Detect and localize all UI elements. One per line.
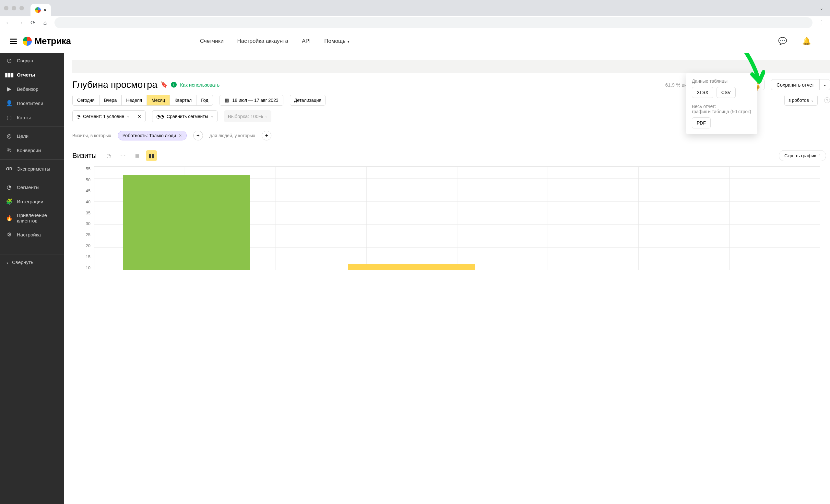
- visits-which-label: Визиты, в которых: [72, 133, 111, 138]
- save-report-button[interactable]: Сохранить отчет ⌄: [771, 79, 830, 90]
- menu-toggle-icon[interactable]: [10, 39, 17, 44]
- bars-icon: ▮▮▮: [6, 71, 12, 78]
- y-tick: 40: [86, 199, 91, 204]
- nav-help[interactable]: Помощь: [324, 38, 350, 44]
- bell-icon[interactable]: 🔔: [802, 37, 810, 45]
- date-range-picker[interactable]: ▦ 18 июл — 17 авг 2023: [220, 95, 283, 106]
- export-pdf-button[interactable]: PDF: [692, 117, 711, 128]
- robots-select[interactable]: з роботов⌄: [784, 95, 818, 106]
- how-to-link[interactable]: Как использовать: [180, 82, 220, 88]
- pie-icon: ◔: [6, 184, 12, 190]
- sidebar-item-experiments[interactable]: αвЭксперименты: [0, 161, 64, 176]
- sidebar-item-summary[interactable]: ◷Сводка: [0, 53, 64, 67]
- tab-close-icon[interactable]: ×: [43, 7, 46, 13]
- period-today[interactable]: Сегодня: [72, 95, 99, 106]
- sample-selector[interactable]: Выборка: 100%⌄: [224, 110, 272, 122]
- segment-button[interactable]: ◔ Сегмент: 1 условие ⌄ ✕: [72, 110, 146, 122]
- window-maximize-icon[interactable]: [20, 6, 24, 10]
- sidebar-item-settings[interactable]: ⚙Настройка: [0, 227, 64, 242]
- segment-clear-icon[interactable]: ✕: [134, 111, 141, 122]
- save-report-dropdown-icon[interactable]: ⌄: [819, 80, 830, 90]
- chart-type-area-icon[interactable]: ≣: [132, 150, 143, 161]
- logo[interactable]: Метрика: [23, 36, 71, 46]
- logo-icon: [23, 37, 32, 46]
- plot-area[interactable]: [94, 166, 820, 270]
- bar-yellow[interactable]: [348, 264, 475, 270]
- y-tick: 15: [86, 254, 91, 259]
- chat-icon[interactable]: 💬: [778, 37, 787, 45]
- window-controls[interactable]: [4, 6, 24, 10]
- page-title: Глубина просмотра: [72, 80, 157, 90]
- chart-type-selector: ◔ 〰 ≣ ▮▮: [103, 150, 157, 161]
- nav-account-settings[interactable]: Настройка аккаунта: [237, 38, 288, 44]
- chevron-left-icon: ‹: [6, 259, 8, 265]
- tabs-dropdown-icon[interactable]: ⌄: [820, 5, 824, 11]
- compare-segments-button[interactable]: ◔◔ Сравнить сегменты ⌄: [152, 110, 218, 122]
- sidebar-item-reports[interactable]: ▮▮▮Отчеты: [0, 67, 64, 82]
- add-people-filter-button[interactable]: +: [262, 131, 272, 140]
- y-tick: 30: [86, 221, 91, 226]
- add-visit-filter-button[interactable]: +: [193, 131, 203, 140]
- period-week[interactable]: Неделя: [121, 95, 147, 106]
- sidebar-item-acquisition[interactable]: 🔥Привлечение клиентов: [0, 209, 64, 227]
- nav-home-icon[interactable]: ⌂: [40, 18, 50, 28]
- browser-menu-icon[interactable]: ⋮: [817, 18, 827, 28]
- sidebar-item-maps[interactable]: ▢Карты: [0, 110, 64, 125]
- bookmark-icon[interactable]: 🔖: [160, 81, 168, 88]
- browser-nav-bar: ← → ⟳ ⌂ ⋮: [0, 16, 830, 29]
- gear-icon: ⚙: [6, 231, 12, 238]
- sidebar-item-segments[interactable]: ◔Сегменты: [0, 180, 64, 194]
- window-minimize-icon[interactable]: [12, 6, 16, 10]
- chart-header: Визиты ◔ 〰 ≣ ▮▮ Скрыть график ⌃: [72, 150, 830, 161]
- window-close-icon[interactable]: [4, 6, 8, 10]
- sidebar-item-webvisor[interactable]: ▶Вебвизор: [0, 82, 64, 96]
- nav-back-icon[interactable]: ←: [3, 18, 13, 28]
- period-quarter[interactable]: Квартал: [169, 95, 196, 106]
- sidebar-item-integrations[interactable]: 🧩Интеграции: [0, 194, 64, 209]
- nav-counters[interactable]: Счетчики: [200, 38, 224, 44]
- help-icon[interactable]: ?: [824, 97, 830, 103]
- nav-forward-icon[interactable]: →: [15, 18, 25, 28]
- pill-remove-icon[interactable]: ✕: [179, 133, 182, 138]
- chart-type-bar-icon[interactable]: ▮▮: [146, 150, 157, 161]
- hide-chart-button[interactable]: Скрыть график ⌃: [779, 150, 826, 161]
- fire-icon: 🔥: [6, 215, 12, 221]
- period-yesterday[interactable]: Вчера: [99, 95, 122, 106]
- ab-icon: αв: [6, 165, 12, 172]
- top-nav: Счетчики Настройка аккаунта API Помощь: [200, 38, 350, 44]
- chart-type-line-icon[interactable]: 〰: [117, 150, 128, 161]
- sidebar-label: Вебвизор: [17, 86, 39, 92]
- sidebar-label: Сводка: [17, 58, 33, 63]
- sidebar-label: Привлечение клиентов: [17, 213, 58, 223]
- sidebar-item-goals[interactable]: ◎Цели: [0, 129, 64, 143]
- sidebar: ◷Сводка ▮▮▮Отчеты ▶Вебвизор 👤Посетители …: [0, 53, 64, 504]
- filter-pill-robotness[interactable]: Роботность: Только люди ✕: [118, 131, 187, 140]
- url-bar[interactable]: [55, 17, 812, 28]
- sidebar-label: Эксперименты: [17, 166, 50, 171]
- sidebar-label: Цели: [17, 133, 29, 139]
- tab-bar: × ⌄: [0, 0, 830, 16]
- calendar-icon: ▦: [224, 97, 229, 103]
- nav-reload-icon[interactable]: ⟳: [28, 18, 38, 28]
- sidebar-label: Посетители: [17, 100, 43, 106]
- map-icon: ▢: [6, 114, 12, 121]
- chevron-up-icon: ⌃: [818, 154, 821, 158]
- export-full-title: Весь отчет: график и таблица (50 строк): [692, 104, 752, 114]
- nav-api[interactable]: API: [302, 38, 311, 44]
- sidebar-collapse[interactable]: ‹Свернуть: [0, 255, 64, 270]
- export-csv-button[interactable]: CSV: [716, 87, 736, 98]
- detail-select[interactable]: Детализация: [290, 95, 325, 106]
- export-xlsx-button[interactable]: XLSX: [692, 87, 713, 98]
- browser-tab[interactable]: ×: [30, 4, 51, 16]
- puzzle-icon: 🧩: [6, 198, 12, 204]
- chart: 55 50 45 40 35 30 25 20 15 10: [72, 166, 830, 270]
- person-icon: 👤: [6, 100, 12, 106]
- period-year[interactable]: Год: [196, 95, 213, 106]
- chart-type-donut-icon[interactable]: ◔: [103, 150, 114, 161]
- sidebar-item-conversions[interactable]: %Конверсии: [0, 143, 64, 157]
- bar-green[interactable]: [123, 175, 250, 270]
- period-month[interactable]: Месяц: [147, 95, 170, 106]
- for-people-label: для людей, у которых: [210, 133, 255, 138]
- percent-icon: %: [6, 147, 12, 153]
- sidebar-item-visitors[interactable]: 👤Посетители: [0, 96, 64, 110]
